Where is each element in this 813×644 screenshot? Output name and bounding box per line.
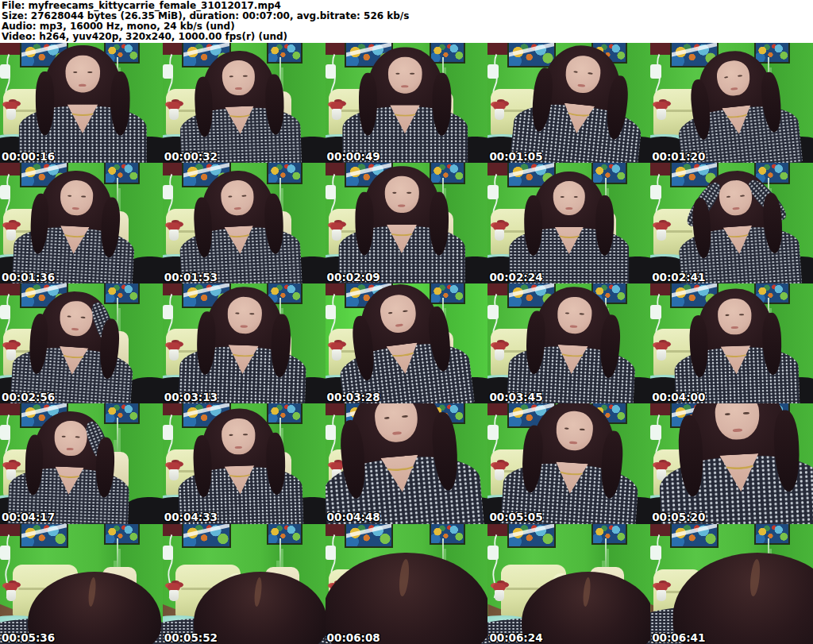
timestamp-overlay: 00:00:16 (2, 151, 55, 162)
lips (398, 205, 405, 207)
timestamp-overlay: 00:00:32 (164, 151, 218, 162)
thumbnail-grid: 00:00:16 (0, 43, 813, 644)
flower-pot (493, 102, 506, 110)
lamp-shade (0, 305, 10, 319)
wall-art-right (430, 524, 465, 545)
wall-art-right (267, 524, 302, 545)
lamp-shade (326, 185, 336, 199)
wall-art-right (591, 524, 627, 545)
person-figure (507, 283, 639, 403)
timestamp-overlay: 00:04:00 (652, 391, 705, 403)
lamp-shade (487, 64, 498, 79)
eye (743, 412, 749, 415)
lamp-shade (0, 546, 10, 560)
person-figure (654, 403, 813, 523)
face (717, 298, 752, 334)
lamp-shade (0, 64, 10, 79)
timestamp-overlay: 00:03:13 (164, 391, 218, 403)
lips (67, 448, 74, 450)
eye (67, 316, 71, 318)
person-figure (329, 283, 474, 403)
lips (731, 326, 738, 328)
video-thumbnail: 00:02:41 (650, 163, 813, 283)
video-thumbnail: 00:04:48 (326, 403, 488, 523)
lamp-shade (326, 64, 336, 79)
eye (388, 312, 393, 314)
face (66, 56, 100, 92)
eye (235, 313, 240, 314)
timestamp-overlay: 00:06:08 (327, 632, 380, 643)
person-figure (510, 43, 649, 163)
lamp-shade (487, 185, 498, 199)
person-figure (19, 44, 147, 163)
video-thumbnail: 00:05:05 (487, 403, 650, 523)
timestamp-overlay: 00:06:24 (489, 632, 542, 643)
lips (234, 207, 241, 210)
flower-pot (493, 583, 506, 592)
person-figure (500, 403, 644, 523)
lamp-shade (163, 305, 173, 319)
flower-pot (5, 583, 17, 592)
timestamp-overlay: 00:06:41 (652, 632, 705, 643)
lamp-shade (487, 425, 498, 439)
video-thumbnail: 00:06:41 (650, 524, 813, 644)
hair-strand (433, 73, 452, 136)
lamp-shade (163, 546, 173, 560)
lamp-shade (163, 425, 173, 439)
person-figure (179, 283, 309, 403)
flower-pot (655, 222, 668, 231)
eye (229, 76, 233, 78)
eye (392, 193, 397, 195)
flower-pot (493, 342, 506, 351)
lamp-shade (0, 185, 10, 199)
timestamp-overlay: 00:04:33 (164, 511, 218, 523)
person-figure (672, 286, 800, 403)
flower-pot (655, 102, 668, 110)
video-thumbnail: 00:04:00 (650, 283, 813, 403)
timestamp-overlay: 00:03:45 (489, 391, 542, 403)
eye (81, 317, 85, 319)
eye (740, 195, 744, 198)
face (222, 60, 255, 96)
eye (406, 193, 411, 195)
lamp-shade (487, 546, 498, 560)
timestamp-overlay: 00:04:48 (327, 511, 380, 523)
video-thumbnail: 00:04:33 (163, 403, 326, 523)
video-thumbnail: 00:01:36 (0, 163, 163, 283)
person-figure (670, 44, 802, 164)
lips (241, 325, 249, 328)
flower-pot (5, 102, 17, 110)
lips (235, 87, 242, 90)
video-thumbnail: 00:04:17 (0, 403, 163, 523)
person-figure (338, 166, 464, 283)
video-thumbnail: 00:02:09 (326, 163, 488, 283)
video-thumbnail: 00:00:16 (0, 43, 163, 163)
eye (580, 313, 584, 315)
lamp-shade (650, 546, 661, 560)
face (553, 181, 585, 216)
eye (574, 196, 578, 198)
timestamp-overlay: 00:02:41 (652, 272, 705, 283)
video-thumbnail: 00:06:24 (487, 524, 650, 644)
person-figure (7, 409, 132, 524)
flower-pot (330, 102, 343, 110)
lamp-shade (650, 64, 661, 79)
face (384, 176, 418, 213)
eye (573, 71, 578, 74)
eye (588, 72, 593, 75)
video-thumbnail: 00:05:20 (650, 403, 813, 523)
video-thumbnail: 00:00:32 (163, 43, 326, 163)
video-thumbnail: 00:05:52 (163, 524, 326, 644)
video-thumbnail: 00:01:20 (650, 43, 813, 163)
eye (580, 429, 584, 431)
timestamp-overlay: 00:01:36 (2, 272, 55, 283)
eye (739, 314, 744, 315)
lips (570, 325, 578, 328)
lamp-shade (163, 185, 173, 199)
eye (250, 313, 255, 314)
timestamp-overlay: 00:01:05 (489, 151, 542, 162)
lips (395, 323, 403, 326)
person-figure (12, 168, 138, 283)
wall-art-left (20, 524, 68, 549)
timestamp-overlay: 00:05:05 (489, 511, 542, 523)
